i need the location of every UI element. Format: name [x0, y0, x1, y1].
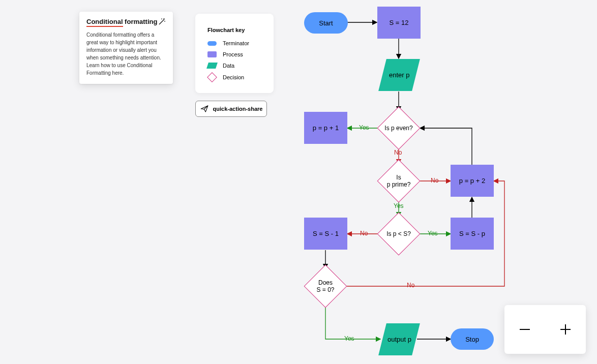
edge-label-yes: Yes	[428, 230, 438, 237]
tooltip-body: Conditional formatting offers a great wa…	[86, 31, 166, 77]
edge-label-yes: Yes	[394, 202, 404, 209]
zoom-in-button[interactable]	[553, 317, 578, 342]
node-does-s-zero[interactable]: DoesS = 0?	[304, 265, 347, 308]
edge-label-no: No	[407, 282, 414, 289]
process-shape-icon	[207, 51, 217, 57]
zoom-out-button[interactable]	[513, 317, 537, 342]
node-s-minus-p[interactable]: S = S - p	[451, 218, 494, 250]
legend-item-decision: Decision	[207, 74, 261, 81]
magic-wand-icon[interactable]	[158, 18, 166, 26]
data-shape-icon	[206, 63, 218, 69]
legend-item-process: Process	[207, 51, 261, 57]
edge-label-no: No	[431, 177, 438, 184]
edge-label-no: No	[394, 149, 402, 156]
paper-plane-icon	[200, 104, 209, 113]
node-start[interactable]: Start	[304, 12, 348, 34]
node-p-plus-2[interactable]: p = p + 2	[451, 165, 494, 197]
node-is-p-even[interactable]: Is p even?	[377, 107, 420, 149]
node-init-s[interactable]: S = 12	[377, 7, 421, 39]
edge-label-yes: Yes	[344, 335, 354, 342]
edge-label-yes: Yes	[359, 124, 369, 131]
tooltip-conditional-formatting: Conditional formatting Conditional forma…	[79, 12, 173, 84]
node-stop[interactable]: Stop	[451, 328, 494, 350]
quick-action-share-button[interactable]: quick-action-share	[195, 101, 267, 117]
node-p-plus-1[interactable]: p = p + 1	[304, 112, 347, 144]
legend-title: Flowchart key	[207, 27, 261, 33]
node-is-p-prime[interactable]: Isp prime?	[377, 160, 420, 202]
node-output-p[interactable]: output p	[378, 323, 420, 355]
terminator-shape-icon	[207, 41, 217, 46]
tooltip-title: Conditional formatting	[86, 18, 157, 27]
edge-label-no: No	[360, 230, 368, 237]
node-enter-p[interactable]: enter p	[378, 59, 420, 91]
flowchart-key-legend: Flowchart key Terminator Process Data De…	[195, 14, 274, 93]
quick-action-label: quick-action-share	[213, 106, 263, 112]
decision-shape-icon	[207, 72, 217, 82]
zoom-control	[504, 305, 586, 354]
node-s-minus-1[interactable]: S = S - 1	[304, 218, 347, 250]
legend-item-terminator: Terminator	[207, 40, 261, 46]
legend-item-data: Data	[207, 63, 261, 69]
node-is-p-lt-s[interactable]: Is p < S?	[377, 213, 420, 255]
